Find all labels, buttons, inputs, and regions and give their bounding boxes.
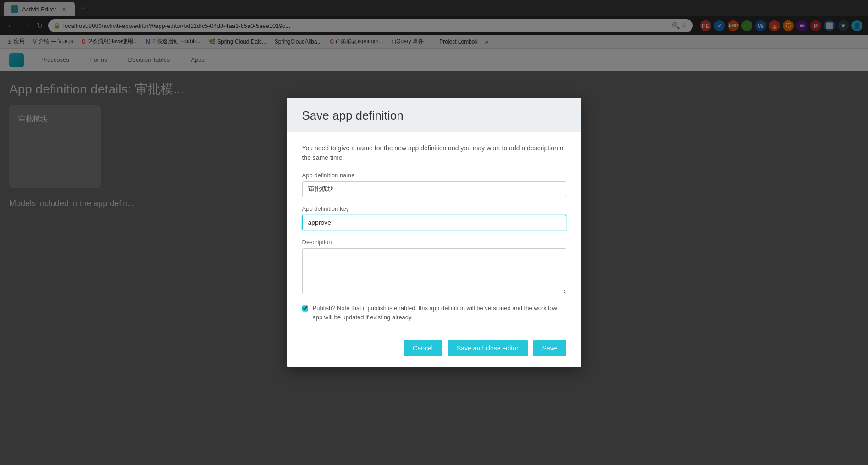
save-button[interactable]: Save bbox=[533, 340, 566, 356]
modal-overlay: Save app definition You need to give a n… bbox=[0, 0, 868, 465]
modal-footer: Cancel Save and close editor Save bbox=[287, 333, 581, 367]
form-group-description: Description bbox=[302, 239, 566, 295]
modal-title: Save app definition bbox=[302, 109, 566, 123]
form-group-name: App definition name bbox=[302, 172, 566, 197]
modal-description: You need to give a name for the new app … bbox=[302, 143, 566, 163]
name-label: App definition name bbox=[302, 172, 566, 179]
description-textarea[interactable] bbox=[302, 248, 566, 294]
publish-row: Publish? Note that if publish is enabled… bbox=[302, 304, 566, 322]
save-close-button[interactable]: Save and close editor bbox=[448, 340, 528, 356]
publish-checkbox[interactable] bbox=[302, 305, 308, 312]
save-app-dialog: Save app definition You need to give a n… bbox=[287, 98, 581, 367]
app-key-input[interactable] bbox=[302, 215, 566, 230]
app-name-input[interactable] bbox=[302, 181, 566, 197]
key-label: App definition key bbox=[302, 205, 566, 212]
form-group-key: App definition key bbox=[302, 205, 566, 230]
modal-header: Save app definition bbox=[287, 98, 581, 132]
cancel-button[interactable]: Cancel bbox=[404, 340, 442, 356]
publish-label: Publish? Note that if publish is enabled… bbox=[313, 304, 566, 322]
modal-body: You need to give a name for the new app … bbox=[287, 132, 581, 333]
description-label: Description bbox=[302, 239, 566, 246]
